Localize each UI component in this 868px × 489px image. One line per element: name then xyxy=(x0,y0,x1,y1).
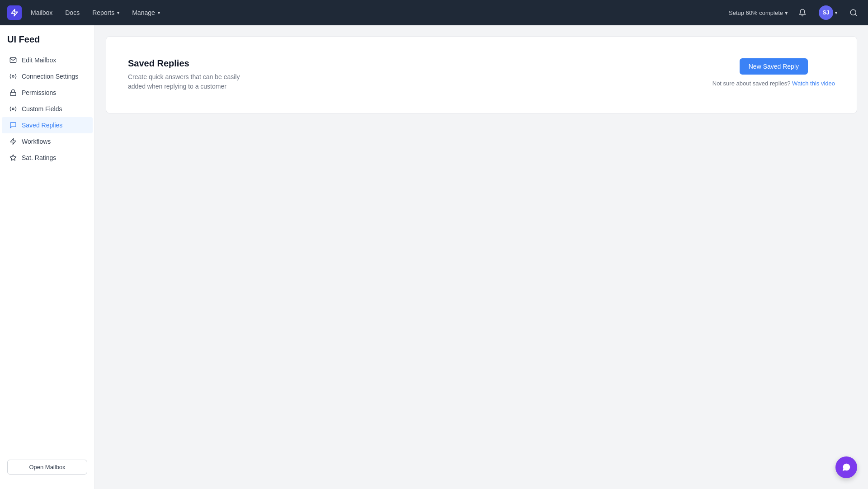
card-content: Saved Replies Create quick answers that … xyxy=(128,58,685,91)
svg-marker-6 xyxy=(10,155,16,160)
new-saved-reply-button[interactable]: New Saved Reply xyxy=(740,58,808,75)
nav-right: Setup 60% complete ▾ SJ ▾ xyxy=(729,5,861,20)
card-actions: New Saved Reply Not sure about saved rep… xyxy=(712,58,835,87)
page-layout: UI Feed Edit Mailbox Connection Settings… xyxy=(0,0,868,489)
sidebar-title: UI Feed xyxy=(0,33,94,52)
watch-video-text: Not sure about saved replies? Watch this… xyxy=(712,80,835,87)
workflows-icon xyxy=(9,137,17,146)
setup-chevron-icon: ▾ xyxy=(785,9,788,16)
sidebar-item-edit-mailbox[interactable]: Edit Mailbox xyxy=(2,52,93,68)
chat-support-button[interactable] xyxy=(835,456,857,478)
edit-mailbox-icon xyxy=(9,56,17,64)
sidebar: UI Feed Edit Mailbox Connection Settings… xyxy=(0,25,95,489)
saved-replies-card: Saved Replies Create quick answers that … xyxy=(106,36,857,113)
sidebar-item-sat-ratings[interactable]: Sat. Ratings xyxy=(2,150,93,166)
sidebar-item-permissions[interactable]: Permissions xyxy=(2,85,93,101)
nav-item-reports[interactable]: Reports ▾ xyxy=(87,6,125,19)
reports-chevron-icon: ▾ xyxy=(117,10,119,15)
connection-settings-icon xyxy=(9,72,17,80)
avatar: SJ xyxy=(819,5,833,20)
saved-replies-icon xyxy=(9,121,17,129)
svg-point-2 xyxy=(12,75,14,77)
sidebar-item-custom-fields[interactable]: Custom Fields xyxy=(2,101,93,117)
account-chevron-icon: ▾ xyxy=(835,10,837,15)
search-icon[interactable] xyxy=(846,5,861,20)
setup-progress[interactable]: Setup 60% complete ▾ xyxy=(729,9,788,16)
nav-item-docs[interactable]: Docs xyxy=(60,6,85,19)
account-icon[interactable]: SJ ▾ xyxy=(817,5,839,20)
open-mailbox-button[interactable]: Open Mailbox xyxy=(7,460,87,475)
manage-chevron-icon: ▾ xyxy=(158,10,160,15)
main-content: Saved Replies Create quick answers that … xyxy=(95,25,868,489)
nav-items: Mailbox Docs Reports ▾ Manage ▾ xyxy=(25,6,725,19)
nav-item-manage[interactable]: Manage ▾ xyxy=(127,6,165,19)
sidebar-item-connection-settings[interactable]: Connection Settings xyxy=(2,68,93,85)
svg-marker-5 xyxy=(10,138,16,144)
svg-point-4 xyxy=(12,108,14,110)
card-title: Saved Replies xyxy=(128,58,685,69)
sidebar-bottom: Open Mailbox xyxy=(0,452,94,482)
sat-ratings-icon xyxy=(9,154,17,162)
card-description: Create quick answers that can be easily … xyxy=(128,72,255,91)
top-navigation: Mailbox Docs Reports ▾ Manage ▾ Setup 60… xyxy=(0,0,868,25)
nav-item-mailbox[interactable]: Mailbox xyxy=(25,6,58,19)
sidebar-item-saved-replies[interactable]: Saved Replies xyxy=(2,117,93,133)
sidebar-item-workflows[interactable]: Workflows xyxy=(2,133,93,150)
app-logo[interactable] xyxy=(7,5,22,20)
svg-rect-3 xyxy=(10,92,16,95)
notifications-icon[interactable] xyxy=(795,5,810,20)
svg-line-1 xyxy=(855,14,856,15)
custom-fields-icon xyxy=(9,105,17,113)
watch-video-link[interactable]: Watch this video xyxy=(792,80,835,87)
permissions-icon xyxy=(9,89,17,97)
